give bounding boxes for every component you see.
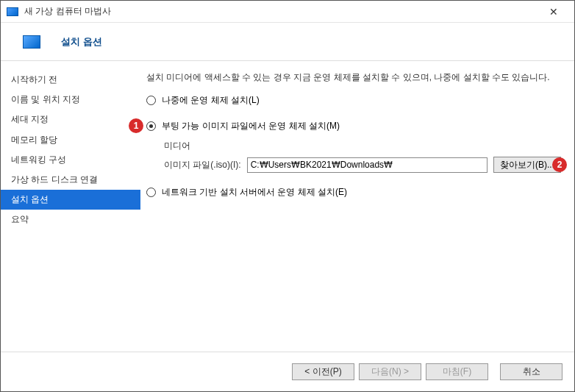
radio-bootable-image[interactable] bbox=[146, 121, 156, 131]
browse-button[interactable]: 찾아보기(B)... bbox=[493, 157, 561, 173]
sidebar-item-networking[interactable]: 네트워킹 구성 bbox=[1, 150, 140, 170]
page-title: 설치 옵션 bbox=[61, 35, 102, 49]
prev-button[interactable]: < 이전(P) bbox=[292, 363, 354, 380]
annotation-1: 1 bbox=[129, 118, 143, 133]
content-area: 설치 미디어에 액세스할 수 있는 경우 지금 운영 체제를 설치할 수 있으며… bbox=[140, 61, 574, 352]
header-icon bbox=[23, 35, 40, 49]
sidebar-item-before-start[interactable]: 시작하기 전 bbox=[1, 70, 140, 90]
option-label-bootable: 부팅 가능 이미지 파일에서 운영 체제 설치(M) bbox=[162, 120, 340, 132]
window-title: 새 가상 컴퓨터 마법사 bbox=[24, 5, 539, 18]
media-row: 이미지 파일(.iso)(I): 찾아보기(B)... 2 bbox=[164, 157, 561, 173]
sidebar: 시작하기 전 이름 및 위치 지정 세대 지정 메모리 할당 네트워킹 구성 가… bbox=[1, 61, 140, 352]
next-button: 다음(N) > bbox=[359, 363, 421, 380]
wizard-body: 시작하기 전 이름 및 위치 지정 세대 지정 메모리 할당 네트워킹 구성 가… bbox=[1, 61, 574, 352]
media-group-label: 미디어 bbox=[164, 140, 561, 152]
image-file-label: 이미지 파일(.iso)(I): bbox=[164, 159, 241, 171]
wizard-footer: < 이전(P) 다음(N) > 마침(F) 취소 bbox=[1, 352, 574, 391]
radio-network-install[interactable] bbox=[146, 188, 156, 197]
image-file-input[interactable] bbox=[247, 157, 488, 173]
option-label-later: 나중에 운영 체제 설치(L) bbox=[162, 94, 260, 107]
sidebar-item-memory[interactable]: 메모리 할당 bbox=[1, 130, 140, 150]
close-button[interactable]: ✕ bbox=[539, 1, 568, 22]
finish-button: 마침(F) bbox=[426, 363, 488, 380]
option-network-install[interactable]: 네트워크 기반 설치 서버에서 운영 체제 설치(E) bbox=[146, 186, 561, 199]
option-bootable-image[interactable]: 1 부팅 가능 이미지 파일에서 운영 체제 설치(M) bbox=[146, 120, 561, 132]
media-group: 미디어 이미지 파일(.iso)(I): 찾아보기(B)... 2 bbox=[164, 140, 561, 173]
sidebar-item-virtual-disk[interactable]: 가상 하드 디스크 연결 bbox=[1, 170, 140, 190]
cancel-button[interactable]: 취소 bbox=[500, 363, 562, 380]
option-install-later[interactable]: 나중에 운영 체제 설치(L) bbox=[146, 94, 561, 107]
sidebar-item-summary[interactable]: 요약 bbox=[1, 210, 140, 229]
annotation-2: 2 bbox=[552, 157, 567, 172]
titlebar: 새 가상 컴퓨터 마법사 ✕ bbox=[1, 1, 574, 23]
app-icon bbox=[7, 7, 18, 16]
radio-install-later[interactable] bbox=[146, 96, 156, 105]
sidebar-item-install-options[interactable]: 설치 옵션 bbox=[1, 190, 140, 210]
option-label-network: 네트워크 기반 설치 서버에서 운영 체제 설치(E) bbox=[162, 186, 347, 199]
sidebar-item-generation[interactable]: 세대 지정 bbox=[1, 110, 140, 129]
wizard-header: 설치 옵션 bbox=[1, 23, 574, 61]
sidebar-item-name-location[interactable]: 이름 및 위치 지정 bbox=[1, 90, 140, 110]
description-text: 설치 미디어에 액세스할 수 있는 경우 지금 운영 체제를 설치할 수 있으며… bbox=[146, 71, 561, 84]
